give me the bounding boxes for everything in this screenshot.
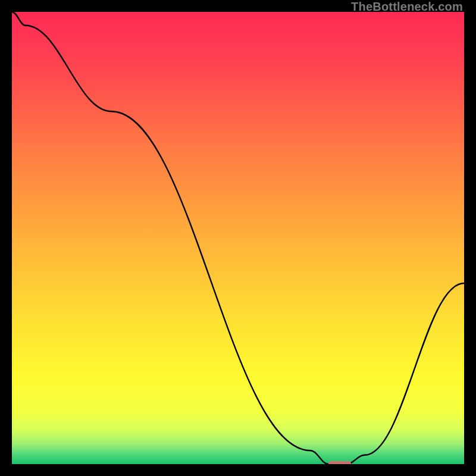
- chart-svg: [12, 12, 464, 464]
- plot-background: [12, 12, 464, 464]
- chart-frame: [12, 12, 464, 464]
- optimal-marker: [328, 461, 351, 464]
